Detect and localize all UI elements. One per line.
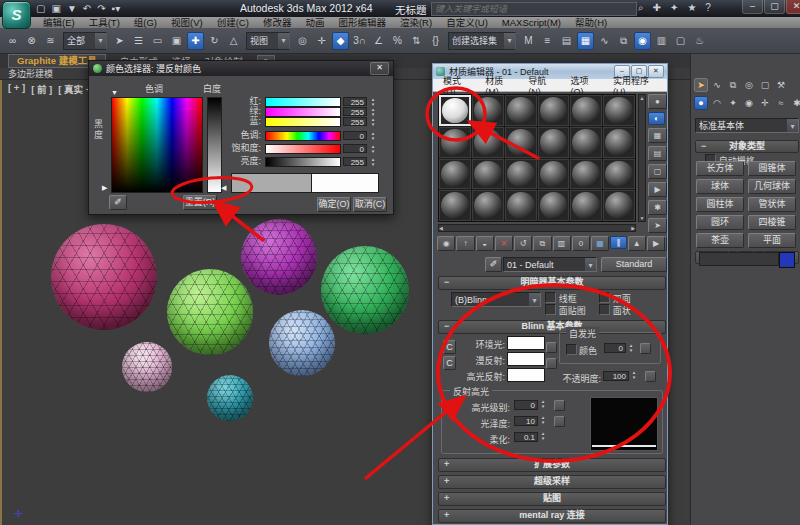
sphere-magenta[interactable] bbox=[241, 219, 317, 295]
rendered-frame-window-icon[interactable]: ▢ bbox=[672, 32, 689, 50]
pick-material-eyedropper-icon[interactable]: ✐ bbox=[485, 257, 502, 272]
geometry-category-icon[interactable]: ● bbox=[694, 96, 708, 110]
glossiness-value[interactable]: 10 bbox=[514, 416, 538, 426]
spinner-arrows[interactable]: ▴▾ bbox=[369, 157, 377, 168]
put-material-to-scene-icon[interactable]: ↑ bbox=[456, 236, 474, 251]
material-sample-slot[interactable] bbox=[472, 190, 504, 221]
select-object-icon[interactable]: ➤ bbox=[111, 32, 128, 50]
select-and-rotate-icon[interactable]: ↻ bbox=[206, 32, 223, 50]
sample-eyedropper-icon[interactable]: ✐ bbox=[109, 195, 127, 210]
object-button-圆锥体[interactable]: 圆锥体 bbox=[748, 161, 796, 176]
slots-horizontal-scrollbar[interactable]: ◀▶ bbox=[438, 224, 636, 232]
display-tab-icon[interactable]: ▢ bbox=[758, 78, 772, 92]
sample-uv-tiling-icon[interactable]: ▤ bbox=[648, 146, 667, 161]
close-icon[interactable]: ✕ bbox=[370, 62, 389, 75]
whiteness-marker-icon[interactable]: ◀ bbox=[221, 184, 226, 192]
material-sample-slot[interactable] bbox=[505, 159, 537, 190]
show-map-in-viewport-icon[interactable]: ▦ bbox=[591, 236, 609, 251]
material-name-dropdown[interactable]: 01 - Default ▾ bbox=[503, 257, 597, 272]
slider-track[interactable] bbox=[265, 157, 341, 167]
object-button-圆柱体[interactable]: 圆柱体 bbox=[696, 197, 744, 212]
opacity-value[interactable]: 100 bbox=[603, 371, 629, 381]
lights-category-icon[interactable]: ✦ bbox=[726, 96, 740, 110]
application-menu-button[interactable]: S bbox=[2, 1, 31, 29]
systems-category-icon[interactable]: ✱ bbox=[790, 96, 800, 110]
snaps-toggle-icon[interactable]: 3∩ bbox=[351, 32, 368, 50]
selection-filter-dropdown[interactable]: 全部▾ bbox=[63, 32, 107, 50]
rollout-贴图[interactable]: +贴图 bbox=[438, 492, 666, 506]
diffuse-map-button[interactable] bbox=[546, 358, 557, 369]
slots-vertical-scrollbar[interactable]: ▲▼ bbox=[638, 94, 646, 222]
graphite-ribbon-toggle-icon[interactable]: ▦ bbox=[577, 32, 594, 50]
specular-level-map-button[interactable] bbox=[554, 400, 565, 411]
material-sample-slot[interactable] bbox=[570, 127, 602, 158]
material-sample-slot[interactable] bbox=[472, 159, 504, 190]
soften-value[interactable]: 0.1 bbox=[514, 432, 538, 442]
specular-level-value[interactable]: 0 bbox=[514, 400, 538, 410]
spinner-arrows[interactable]: ▴▾ bbox=[539, 399, 547, 411]
hue-marker-icon[interactable]: ▼ bbox=[111, 89, 118, 96]
menu-item-帮助(H)[interactable]: 帮助(H) bbox=[568, 17, 614, 28]
select-and-manipulate-icon[interactable]: ✛ bbox=[313, 32, 330, 50]
reference-coordinate-dropdown[interactable]: 视图▾ bbox=[246, 32, 290, 50]
options-icon[interactable]: ✱ bbox=[648, 200, 667, 215]
shapes-category-icon[interactable]: ◠ bbox=[710, 96, 724, 110]
sphere-teal[interactable] bbox=[207, 375, 253, 421]
material-sample-slot[interactable] bbox=[439, 190, 471, 221]
object-button-茶壶[interactable]: 茶壶 bbox=[696, 233, 744, 248]
slider-value[interactable]: 255 bbox=[343, 107, 367, 116]
helpers-category-icon[interactable]: ✛ bbox=[758, 96, 772, 110]
select-by-name-icon[interactable]: ☰ bbox=[130, 32, 147, 50]
primitive-category-dropdown[interactable]: 标准基本体 ▾ bbox=[695, 118, 799, 133]
go-forward-to-sibling-icon[interactable]: ▶ bbox=[647, 236, 665, 251]
object-button-球体[interactable]: 球体 bbox=[696, 179, 744, 194]
material-sample-slot[interactable] bbox=[505, 95, 537, 126]
close-button[interactable]: ✕ bbox=[786, 0, 800, 14]
keyboard-shortcut-override-icon[interactable]: ◆ bbox=[332, 32, 349, 50]
spinner-arrows[interactable]: ▴▾ bbox=[369, 144, 377, 155]
search-flyout-icon[interactable]: ▸ bbox=[422, 3, 427, 13]
material-sample-slot[interactable] bbox=[505, 127, 537, 158]
chevron-down-icon[interactable]: ▾ bbox=[278, 33, 289, 49]
chevron-down-icon[interactable]: ▾ bbox=[787, 119, 798, 132]
motion-tab-icon[interactable]: ◎ bbox=[742, 78, 756, 92]
slider-value[interactable]: 0 bbox=[343, 144, 367, 153]
object-button-管状体[interactable]: 管状体 bbox=[748, 197, 796, 212]
menu-item-MAXScript(M)[interactable]: MAXScript(M) bbox=[495, 17, 568, 28]
chevron-down-icon[interactable]: ▾ bbox=[95, 33, 106, 49]
spinner-arrows[interactable]: ▴▾ bbox=[369, 117, 377, 128]
communication-center-icon[interactable]: ✦ bbox=[670, 2, 678, 14]
spinner-arrows[interactable]: ▴▾ bbox=[630, 370, 638, 382]
schematic-view-icon[interactable]: ⧉ bbox=[615, 32, 632, 50]
object-button-长方体[interactable]: 长方体 bbox=[696, 161, 744, 176]
modify-tab-icon[interactable]: ∿ bbox=[710, 78, 724, 92]
search-icon[interactable]: ⌕ bbox=[638, 2, 644, 14]
background-icon[interactable]: ▦ bbox=[648, 128, 667, 143]
show-end-result-icon[interactable]: ∥ bbox=[610, 236, 626, 249]
material-type-button[interactable]: Standard bbox=[601, 257, 667, 272]
make-unique-icon[interactable]: ⧉ bbox=[533, 236, 551, 251]
material-sample-slot[interactable] bbox=[538, 159, 570, 190]
two-sided-checkbox[interactable] bbox=[599, 292, 610, 303]
menu-item-修改器[interactable]: 修改器 bbox=[256, 17, 299, 28]
video-color-check-icon[interactable]: ▢ bbox=[648, 164, 667, 179]
face-map-checkbox[interactable] bbox=[545, 304, 556, 315]
save-file-icon[interactable]: ▼ bbox=[67, 3, 77, 14]
menu-item-工具(T)[interactable]: 工具(T) bbox=[82, 17, 127, 28]
edit-named-selections-icon[interactable]: {} bbox=[427, 32, 444, 50]
rollout-扩展参数[interactable]: +扩展参数 bbox=[438, 458, 666, 472]
slider-track[interactable] bbox=[265, 117, 341, 127]
cancel-button[interactable]: 取消(C) bbox=[353, 197, 387, 212]
select-and-move-icon[interactable]: ✚ bbox=[187, 32, 204, 50]
make-material-copy-icon[interactable]: ↺ bbox=[514, 236, 532, 251]
sphere-pink[interactable] bbox=[122, 342, 172, 392]
window-crossing-icon[interactable]: ▣ bbox=[168, 32, 185, 50]
diffuse-color-swatch[interactable] bbox=[507, 352, 545, 366]
blackness-marker-icon[interactable]: ▶ bbox=[102, 184, 107, 192]
workspace-dropdown-icon[interactable]: ▪▾ bbox=[112, 3, 121, 14]
create-tab-icon[interactable]: ➤ bbox=[694, 78, 708, 92]
viewport-view-label[interactable]: [ 前 ] bbox=[31, 82, 52, 96]
material-sample-slot[interactable] bbox=[603, 95, 635, 126]
reset-button[interactable]: 重置(R) bbox=[183, 195, 217, 210]
minimize-button[interactable]: – bbox=[742, 0, 763, 14]
